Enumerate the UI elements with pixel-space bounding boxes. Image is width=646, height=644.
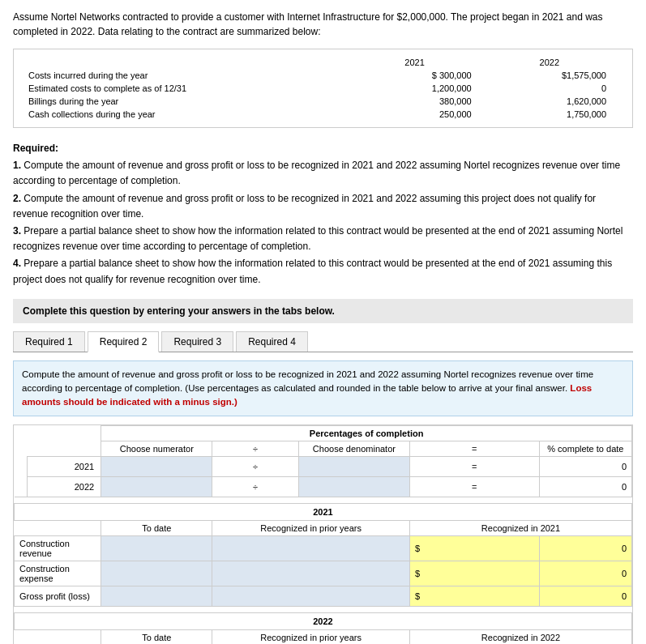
estimated-costs-2022: 0 <box>488 82 622 95</box>
answer-table: Percentages of completion Choose numerat… <box>14 425 632 644</box>
tab-required-3[interactable]: Required 3 <box>161 331 233 352</box>
data-table-container: 2021 2022 Costs incurred during the year… <box>13 49 633 128</box>
rev-prior-2021[interactable] <box>217 541 404 556</box>
divide-2021: ÷ <box>212 457 298 477</box>
required-item-1: 1. Compute the amount of revenue and gro… <box>13 158 633 189</box>
tab-required-4[interactable]: Required 4 <box>236 331 308 352</box>
equals-2022: = <box>409 477 539 497</box>
pct-result-2021: 0 <box>539 457 631 477</box>
cash-2021: 250,000 <box>353 108 487 121</box>
equals-2021: = <box>409 457 539 477</box>
col-header-2021: 2021 <box>353 56 487 69</box>
denominator-2021-input[interactable] <box>304 459 404 474</box>
numerator-2022-input-cell[interactable] <box>101 477 212 497</box>
section-2021-header: 2021 <box>15 504 632 521</box>
col-prior-years-2021: Recognized in prior years <box>212 521 410 536</box>
col-choose-numerator: Choose numerator <box>101 441 212 457</box>
rev-prior-2021-cell[interactable] <box>212 536 410 561</box>
gp-prior-2021-cell[interactable] <box>212 586 410 607</box>
denominator-2021-input-cell[interactable] <box>298 457 409 477</box>
label-gp-2021: Gross profit (loss) <box>15 586 101 607</box>
costs-incurred-2022: $1,575,000 <box>488 69 622 82</box>
exp-prior-2021[interactable] <box>217 566 404 581</box>
complete-banner: Complete this question by entering your … <box>13 299 633 323</box>
col-to-date-2021: To date <box>101 521 212 536</box>
exp-recognized-2021: 0 <box>539 561 631 586</box>
cash-2022: 1,750,000 <box>488 108 622 121</box>
required-section: Required: 1. Compute the amount of reven… <box>13 141 633 288</box>
pct-result-2022: 0 <box>539 477 631 497</box>
required-item-2: 2. Compute the amount of revenue and gro… <box>13 191 633 222</box>
pct-year-2022: 2022 <box>27 477 101 497</box>
required-item-3: 3. Prepare a partial balance sheet to sh… <box>13 224 633 254</box>
instruction-box: Compute the amount of revenue and gross … <box>13 360 633 417</box>
label-exp-2021: Construction expense <box>15 561 101 586</box>
costs-incurred-2021: $ 300,000 <box>353 69 487 82</box>
tab-required-1[interactable]: Required 1 <box>13 331 85 352</box>
pct-year-2021: 2021 <box>27 457 101 477</box>
gp-dollar-2021: $ <box>409 586 539 607</box>
gp-prior-2021[interactable] <box>217 589 404 603</box>
numerator-2021-input[interactable] <box>106 459 207 474</box>
billings-2021: 380,000 <box>353 95 487 108</box>
gp-recognized-2021: 0 <box>539 586 631 607</box>
rev-to-date-2021-cell[interactable] <box>101 536 212 561</box>
estimated-costs-2021: 1,200,000 <box>353 82 487 95</box>
col-header-2022: 2022 <box>488 56 622 69</box>
col-recognized-2022: Recognized in 2022 <box>409 630 631 644</box>
section-2022-header: 2022 <box>15 613 632 630</box>
pct-completion-header: Percentages of completion <box>101 426 632 441</box>
col-choose-denominator: Choose denominator <box>298 441 409 457</box>
row-label-billings: Billings during the year <box>24 95 353 108</box>
col-prior-years-2022: Recognized in prior years <box>212 630 410 644</box>
intro-paragraph: Assume Nortel Networks contracted to pro… <box>13 10 633 39</box>
denominator-2022-input-cell[interactable] <box>298 477 409 497</box>
exp-dollar-2021: $ <box>409 561 539 586</box>
tab-required-2[interactable]: Required 2 <box>88 331 160 352</box>
exp-prior-2021-cell[interactable] <box>212 561 410 586</box>
row-label-estimated-costs: Estimated costs to complete as of 12/31 <box>24 82 353 95</box>
billings-2022: 1,620,000 <box>488 95 622 108</box>
row-label-costs-incurred: Costs incurred during the year <box>24 69 353 82</box>
gp-to-date-2021[interactable] <box>106 589 207 603</box>
label-rev-2021: Construction revenue <box>15 536 101 561</box>
exp-to-date-2021[interactable] <box>106 566 207 581</box>
instruction-highlight: Loss amounts should be indicated with a … <box>22 383 592 407</box>
col-to-date-2022: To date <box>101 630 212 644</box>
exp-to-date-2021-cell[interactable] <box>101 561 212 586</box>
rev-to-date-2021[interactable] <box>106 541 207 556</box>
col-recognized-2021: Recognized in 2021 <box>409 521 631 536</box>
col-divide-1: ÷ <box>212 441 298 457</box>
divide-2022: ÷ <box>212 477 298 497</box>
row-label-cash: Cash collections during the year <box>24 108 353 121</box>
required-header: Required: <box>13 143 58 154</box>
gp-to-date-2021-cell[interactable] <box>101 586 212 607</box>
numerator-2022-input[interactable] <box>106 480 207 494</box>
rev-dollar-2021: $ <box>409 536 539 561</box>
col-pct-complete: % complete to date <box>539 441 631 457</box>
data-table: 2021 2022 Costs incurred during the year… <box>24 56 622 121</box>
col-equals-1: = <box>409 441 539 457</box>
required-item-4: 4. Prepare a partial balance sheet to sh… <box>13 256 633 287</box>
numerator-2021-input-cell[interactable] <box>101 457 212 477</box>
answer-table-wrapper: Percentages of completion Choose numerat… <box>13 424 633 644</box>
denominator-2022-input[interactable] <box>304 480 404 494</box>
rev-recognized-2021: 0 <box>539 536 631 561</box>
tabs-container: Required 1 Required 2 Required 3 Require… <box>13 331 633 352</box>
